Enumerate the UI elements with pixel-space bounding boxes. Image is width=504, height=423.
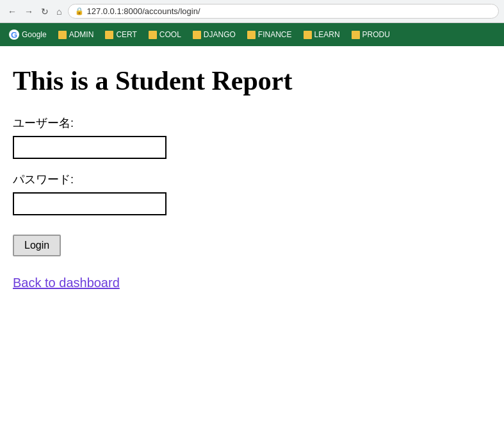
password-label: パスワード: xyxy=(13,172,491,187)
browser-bar: ← → ↻ ⌂ 🔒 127.0.0.1:8000/accounts/login/ xyxy=(0,0,504,23)
home-button[interactable]: ⌂ xyxy=(54,5,64,18)
bookmarks-bar: G Google ADMIN CERT COOL DJANGO FINANCE … xyxy=(0,23,504,46)
folder-icon xyxy=(304,31,312,39)
bookmark-cool[interactable]: COOL xyxy=(143,28,186,41)
page-content: This is a Student Report ユーザー名: パスワード: L… xyxy=(0,46,504,303)
folder-icon xyxy=(352,31,360,39)
folder-icon xyxy=(193,31,201,39)
bookmark-admin[interactable]: ADMIN xyxy=(53,28,99,41)
folder-icon xyxy=(247,31,256,39)
bookmark-django[interactable]: DJANGO xyxy=(188,28,241,41)
password-input[interactable] xyxy=(13,192,167,215)
back-button[interactable]: ← xyxy=(5,5,19,18)
login-button[interactable]: Login xyxy=(13,235,61,256)
username-label: ユーザー名: xyxy=(13,115,491,131)
bookmark-produ[interactable]: PRODU xyxy=(346,28,395,41)
bookmark-admin-label: ADMIN xyxy=(69,30,94,39)
password-group: パスワード: xyxy=(13,172,491,215)
bookmark-google-label: Google xyxy=(22,30,47,39)
folder-icon xyxy=(58,31,67,39)
back-to-dashboard-link[interactable]: Back to dashboard xyxy=(13,276,120,290)
bookmark-learn[interactable]: LEARN xyxy=(298,28,345,41)
nav-buttons: ← → ↻ ⌂ xyxy=(5,5,64,18)
bookmark-finance[interactable]: FINANCE xyxy=(242,28,297,41)
username-input[interactable] xyxy=(13,136,167,159)
forward-button[interactable]: → xyxy=(22,5,36,18)
username-group: ユーザー名: xyxy=(13,115,491,159)
bookmark-django-label: DJANGO xyxy=(204,30,236,39)
bookmark-google[interactable]: G Google xyxy=(4,28,52,42)
lock-icon: 🔒 xyxy=(75,7,84,15)
bookmark-finance-label: FINANCE xyxy=(258,30,292,39)
address-bar[interactable]: 🔒 127.0.0.1:8000/accounts/login/ xyxy=(68,4,499,19)
bookmark-cert[interactable]: CERT xyxy=(100,28,142,41)
url-text: 127.0.0.1:8000/accounts/login/ xyxy=(86,6,200,16)
page-title: This is a Student Report xyxy=(13,65,491,96)
bookmark-cool-label: COOL xyxy=(159,30,181,39)
folder-icon xyxy=(149,31,157,39)
reload-button[interactable]: ↻ xyxy=(38,5,51,18)
bookmark-learn-label: LEARN xyxy=(314,30,340,39)
folder-icon xyxy=(105,31,113,39)
bookmark-cert-label: CERT xyxy=(116,30,136,39)
google-icon: G xyxy=(9,29,19,40)
bookmark-produ-label: PRODU xyxy=(362,30,390,39)
